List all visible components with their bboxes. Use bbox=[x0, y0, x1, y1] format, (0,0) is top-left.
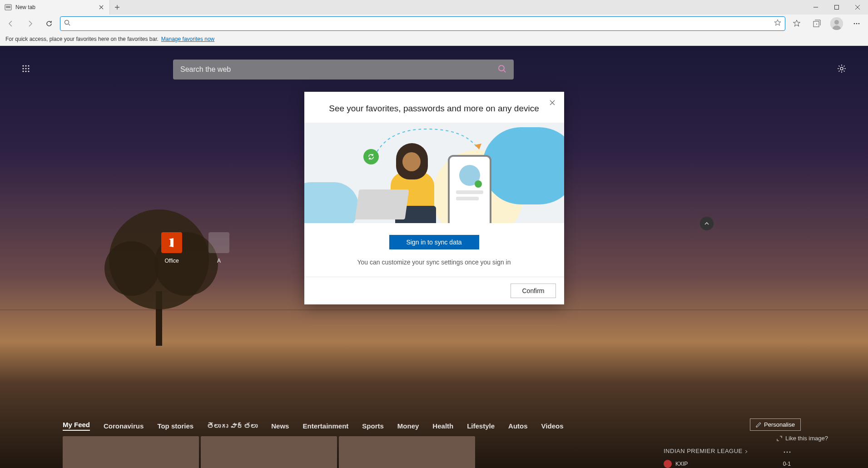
svg-point-9 bbox=[856, 23, 858, 25]
sync-dialog: See your favorites, passwords and more o… bbox=[304, 92, 564, 304]
titlebar-drag-region bbox=[124, 0, 805, 15]
window-controls bbox=[805, 0, 868, 15]
favorites-button[interactable] bbox=[788, 16, 805, 31]
maximize-button[interactable] bbox=[826, 0, 847, 15]
tab-favicon-icon bbox=[5, 4, 12, 11]
phone-illustration bbox=[448, 155, 491, 223]
dialog-title: See your favorites, passwords and more o… bbox=[321, 104, 548, 114]
svg-point-10 bbox=[858, 23, 860, 25]
laptop-illustration bbox=[355, 189, 409, 219]
favorites-bar: For quick access, place your favorites h… bbox=[0, 33, 868, 46]
svg-rect-2 bbox=[6, 7, 10, 8]
svg-point-7 bbox=[834, 20, 839, 25]
svg-rect-1 bbox=[6, 6, 10, 7]
search-icon bbox=[64, 20, 70, 28]
dialog-close-button[interactable] bbox=[548, 98, 557, 107]
dialog-subtitle: You can customize your sync settings onc… bbox=[321, 259, 548, 266]
close-window-button[interactable] bbox=[847, 0, 868, 15]
confirm-button[interactable]: Confirm bbox=[511, 284, 556, 298]
sync-icon bbox=[363, 149, 379, 164]
tab-close-icon[interactable] bbox=[98, 4, 105, 11]
avatar-icon bbox=[830, 17, 843, 30]
back-button bbox=[3, 16, 19, 31]
browser-tab[interactable]: New tab bbox=[0, 0, 110, 15]
svg-rect-3 bbox=[835, 5, 839, 10]
profile-button[interactable] bbox=[828, 16, 845, 31]
new-tab-page: Office A My Feed Coronavirus Top stories… bbox=[0, 46, 868, 468]
sign-in-button[interactable]: Sign in to sync data bbox=[389, 235, 479, 249]
window-titlebar: New tab bbox=[0, 0, 868, 15]
minimize-button[interactable] bbox=[805, 0, 826, 15]
svg-point-8 bbox=[854, 23, 855, 25]
dialog-overlay: See your favorites, passwords and more o… bbox=[0, 46, 868, 468]
settings-menu-button[interactable] bbox=[848, 16, 865, 31]
address-input[interactable] bbox=[73, 20, 774, 27]
dialog-illustration bbox=[304, 123, 564, 223]
svg-point-4 bbox=[65, 20, 69, 25]
browser-toolbar bbox=[0, 15, 868, 33]
refresh-button[interactable] bbox=[41, 16, 57, 31]
collections-button[interactable] bbox=[808, 16, 825, 31]
manage-favorites-link[interactable]: Manage favorites now bbox=[161, 36, 214, 42]
favorite-star-icon[interactable] bbox=[774, 19, 781, 28]
address-bar[interactable] bbox=[60, 16, 785, 31]
forward-button bbox=[22, 16, 38, 31]
favorites-hint: For quick access, place your favorites h… bbox=[5, 36, 159, 42]
tab-title: New tab bbox=[15, 4, 98, 10]
new-tab-button[interactable] bbox=[110, 0, 124, 15]
